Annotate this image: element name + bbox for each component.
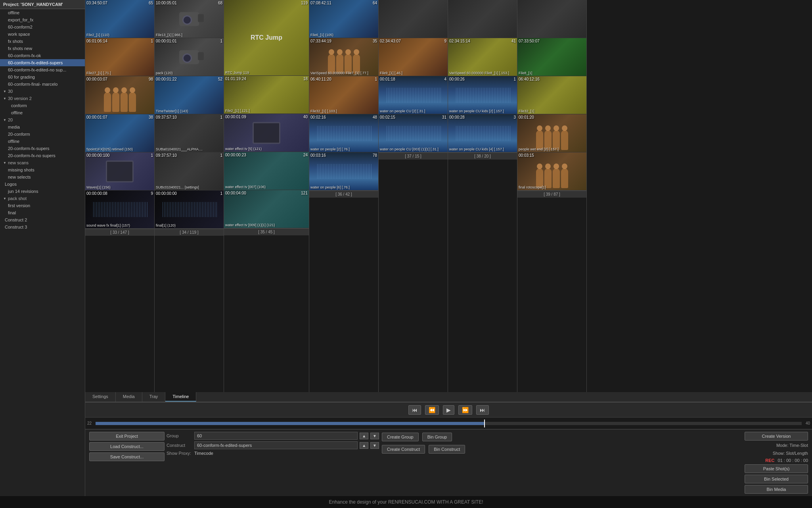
sidebar-item-export_for_fx[interactable]: export_for_fx (0, 16, 85, 23)
thumb-cell-1-2[interactable]: 00:00:01:2252TimeTwister[1] (143) (155, 76, 224, 114)
ff-btn[interactable]: ⏭ (476, 405, 489, 415)
sidebar-item-60-conform2[interactable]: 60-conform2 (0, 23, 85, 31)
sidebar-item-fx-shots-new[interactable]: fx shots new (0, 45, 85, 52)
sidebar-item-60-for-grading[interactable]: 60 for grading (0, 73, 85, 81)
proxy-row: Show Proxy: Timecode (167, 451, 379, 456)
sidebar-item-60-conform-fx-edited-supers[interactable]: 60-conform-fx-edited-supers (0, 59, 85, 66)
sidebar-item-construct-3[interactable]: Construct 3 (0, 223, 85, 231)
thumb-cell-6-0[interactable] (517, 0, 586, 38)
construct-up-btn[interactable]: ▲ (360, 442, 368, 449)
thumb-cell-2-4[interactable]: 00:00:04:00121water effect tv [009] (1)[… (224, 190, 309, 228)
thumb-cell-1-5[interactable]: 00:00:00:001final[1] (120) (155, 190, 224, 229)
sidebar-item-first-version[interactable]: first version (0, 202, 85, 209)
bin-footer-6: [ 39 / 87 ] (517, 190, 586, 198)
sidebar-item-fx-shots[interactable]: fx shots (0, 38, 85, 45)
sidebar-item-offline[interactable]: offline (0, 109, 85, 116)
sidebar-item-media[interactable]: media (0, 123, 85, 131)
tab-tray[interactable]: Tray (142, 392, 166, 402)
save-construct-btn[interactable]: Save Construct... (89, 452, 165, 461)
next-btn[interactable]: ⏩ (458, 405, 472, 415)
thumb-cell-0-2[interactable]: 00:00:03:0798 (85, 76, 154, 114)
sidebar-item-60-conform-fx-ok[interactable]: 60-conform-fx-ok (0, 52, 85, 59)
sidebar-item-20-conform-fx-supers[interactable]: 20-conform-fx-supers (0, 145, 85, 152)
tab-settings[interactable]: Settings (85, 392, 116, 402)
thumb-cell-1-0[interactable]: 10:00:05:0168File13_[1] [.966.] (155, 0, 224, 38)
thumb-cell-1-3[interactable]: 09:37:57:101SUBa01040021___ALPHA.... (155, 114, 224, 152)
thumb-cell-2-0[interactable]: RTC Jump 119RTC Jump119 (224, 0, 309, 76)
sidebar-item-60-conform-fx-edited-no-sup...[interactable]: 60-conform-fx-edited-no sup... (0, 66, 85, 73)
thumb-cell-3-0[interactable]: 07:08:42:1164File6_[1] (105) (309, 0, 378, 38)
thumb-cell-5-2[interactable]: 00:00:261water on people CU kids [2] [.1… (448, 76, 517, 114)
load-construct-btn[interactable]: Load Construct... (89, 442, 165, 451)
sidebar-item-offline[interactable]: offline (0, 9, 85, 16)
thumb-cell-1-4[interactable]: 09:37:57:101SUBc01040021... [settings] (155, 152, 224, 190)
thumb-cell-6-1[interactable]: 07:33:50:07File8_[1] (517, 38, 586, 76)
sidebar-item-new-selects[interactable]: new selects (0, 173, 85, 181)
thumb-cell-3-1[interactable]: 07:33:44:1935VariSpeed 60.000000 File7_[… (309, 38, 378, 76)
tab-timeline[interactable]: Timeline (165, 392, 196, 402)
sidebar-item-offline[interactable]: offline (0, 138, 85, 145)
play-btn[interactable]: ▶ (443, 405, 454, 415)
sidebar-item-60-conform-final--marcelo[interactable]: 60-conform-final- marcelo (0, 81, 85, 88)
thumb-cell-6-3[interactable]: 00:01:20people wet end [2] [.157.] (517, 114, 586, 152)
create-construct-btn[interactable]: Create Construct (382, 445, 425, 454)
thumb-cell-5-0[interactable] (448, 0, 517, 38)
sidebar-group-pack-shot[interactable]: ▼pack shot (0, 195, 85, 202)
thumb-cell-0-5[interactable]: 00:00:00:089sound wave fx final[1] (157) (85, 190, 154, 229)
sidebar-group-new-scans[interactable]: ▼new scans (0, 159, 85, 166)
sidebar-item-missing-shots[interactable]: missing shots (0, 166, 85, 173)
timeline-track[interactable] (96, 422, 802, 425)
thumb-cell-3-4[interactable]: 00:03:1678water on people [6] [.76.] (309, 152, 378, 190)
thumb-cell-0-3[interactable]: 00:00:01:07385point1FX[025] retimed (150… (85, 114, 154, 152)
bin-selected-btn[interactable]: Bin Selected (745, 475, 808, 483)
bin-column-6: 07:33:50:07File8_[1] 06:40:12:16File32_[… (517, 0, 587, 392)
thumb-cell-6-4[interactable]: 00:03:15final rotoscope[1] (517, 152, 586, 190)
construct-input[interactable] (194, 441, 358, 449)
group-input[interactable] (194, 432, 358, 440)
rewind-btn[interactable]: ⏮ (408, 405, 421, 415)
bin-media-btn[interactable]: Bin Media (745, 485, 808, 494)
prev-btn[interactable]: ⏪ (425, 405, 439, 415)
sidebar-group-30[interactable]: ▼30 (0, 88, 85, 95)
thumb-cell-4-1[interactable]: 02:34:43:079File9_[1] [.46.] (379, 38, 448, 76)
thumb-cell-2-3[interactable]: 00:00:00:2324water effect tv [007] (106) (224, 152, 309, 190)
bin-group-btn[interactable]: Bin Group (422, 433, 452, 441)
sidebar-item-conform[interactable]: conform (0, 102, 85, 109)
thumb-cell-2-2[interactable]: 00:00:01:0940water effect tv [5] (121) (224, 114, 309, 152)
thumb-cell-5-3[interactable]: 00:00:283water on people CU kids [4] [.1… (448, 114, 517, 152)
thumb-cell-0-4[interactable]: 00:00:00:1001Waves[1] (156) (85, 152, 154, 190)
thumb-cell-4-3[interactable]: 00:02:1531water on people CU [003] (1)[1… (379, 114, 448, 152)
sidebar-item-20-conform[interactable]: 20-conform (0, 131, 85, 138)
count-badge-1-1: 1 (220, 39, 222, 43)
sidebar-item-construct-2[interactable]: Construct 2 (0, 216, 85, 223)
sidebar-group-20[interactable]: ▼20 (0, 116, 85, 123)
bin-construct-btn[interactable]: Bin Construct (429, 445, 465, 454)
create-group-btn[interactable]: Create Group (382, 433, 419, 441)
thumb-cell-3-2[interactable]: 06:40:11:201File32_[1] [.103.] (309, 76, 378, 114)
thumb-cell-3-3[interactable]: 00:02:1648water on people [2] [.76.] (309, 114, 378, 152)
tab-media[interactable]: Media (116, 392, 142, 402)
group-up-btn[interactable]: ▲ (360, 433, 368, 439)
sidebar-item-final[interactable]: final (0, 209, 85, 216)
exit-project-btn[interactable]: Exit Project (89, 432, 165, 441)
sidebar-item-logos[interactable]: Logos (0, 181, 85, 188)
thumb-cell-1-1[interactable]: 00:00:01:011pack (120) (155, 38, 224, 76)
thumb-cell-0-1[interactable]: 06:01:06:141File27_[1] [.71.] (85, 38, 154, 76)
thumb-cell-4-2[interactable]: 00:01:184water on people CU [2] [.31.] (379, 76, 448, 114)
bin-column-0: 03:34:50:0765File2_[1] (110)06:01:06:141… (85, 0, 155, 392)
sidebar-item-work-space[interactable]: work space (0, 31, 85, 38)
sidebar-item-20-conform-fx-no-supers[interactable]: 20-conform-fx-no supers (0, 152, 85, 159)
thumb-cell-6-2[interactable]: 06:40:12:16File32_[1] (517, 76, 586, 114)
rec-label: REC (765, 458, 774, 463)
paste-shots-btn[interactable]: Paste Shot(s) (745, 464, 808, 473)
create-version-btn[interactable]: Create Version (745, 432, 808, 441)
construct-down-btn[interactable]: ▼ (370, 442, 379, 449)
sidebar-item-jun-14-revisions[interactable]: jun 14 revisions (0, 188, 85, 195)
timecode-0-0: 03:34:50:07 (86, 1, 107, 5)
sidebar-group-30-version-2[interactable]: ▼30 version 2 (0, 95, 85, 102)
group-down-btn[interactable]: ▼ (370, 433, 379, 439)
thumb-cell-5-1[interactable]: 02:34:15:1441VariSpeed 60.000000 File8_[… (448, 38, 517, 76)
thumb-cell-2-1[interactable]: 01:01:19:2418File2_[1] [.121.] (224, 76, 309, 114)
thumb-cell-0-0[interactable]: 03:34:50:0765File2_[1] (110) (85, 0, 154, 38)
thumb-cell-4-0[interactable] (379, 0, 448, 38)
